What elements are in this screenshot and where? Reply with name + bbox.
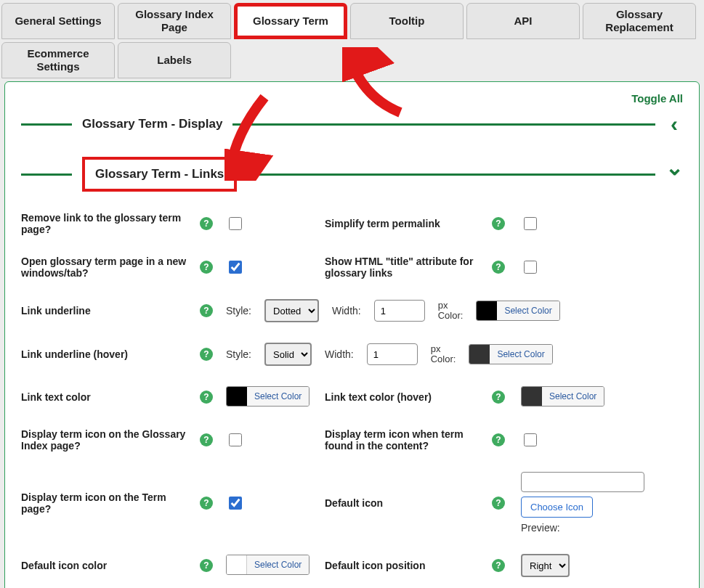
color-swatch bbox=[522, 387, 542, 406]
label-display-icon-term-page: Display term icon on the Term page? bbox=[21, 491, 188, 515]
select-underline-style[interactable]: Dotted bbox=[264, 299, 319, 322]
section-display-header: Glossary Term - Display bbox=[21, 112, 683, 136]
input-underline-hover-width[interactable] bbox=[367, 343, 418, 365]
label-show-title-attr: Show HTML "title" attribute for glossary… bbox=[325, 256, 477, 279]
toggle-all-link[interactable]: Toggle All bbox=[21, 92, 683, 105]
label-link-text-color-hover: Link text color (hover) bbox=[325, 391, 477, 403]
checkbox-display-icon-term-page[interactable] bbox=[229, 497, 242, 510]
label-link-underline: Link underline bbox=[21, 305, 188, 317]
help-icon[interactable] bbox=[492, 261, 505, 274]
checkbox-display-icon-index[interactable] bbox=[229, 433, 242, 446]
label-display-icon-index: Display term icon on the Glossary Index … bbox=[21, 428, 188, 452]
chevron-down-icon[interactable] bbox=[665, 162, 683, 187]
section-line bbox=[232, 123, 655, 126]
color-swatch bbox=[469, 345, 490, 364]
style-label: Style: bbox=[226, 348, 251, 360]
px-color-label: px Color: bbox=[431, 344, 456, 365]
help-icon[interactable] bbox=[200, 391, 213, 404]
label-link-text-color: Link text color bbox=[21, 391, 188, 403]
checkbox-remove-link[interactable] bbox=[229, 217, 242, 230]
section-line bbox=[21, 173, 72, 176]
chevron-left-icon[interactable] bbox=[665, 112, 683, 136]
select-color-label: Select Color bbox=[247, 387, 309, 406]
checkbox-open-new-window[interactable] bbox=[229, 261, 242, 274]
fields-grid: Remove link to the glossary term page? S… bbox=[21, 212, 683, 588]
label-open-new-window: Open glossary term page in a new windows… bbox=[21, 256, 188, 279]
help-icon[interactable] bbox=[492, 559, 505, 572]
width-label: Width: bbox=[325, 348, 354, 360]
checkbox-show-title-attr[interactable] bbox=[524, 261, 537, 274]
tab-glossary-index-page[interactable]: Glossary Index Page bbox=[118, 3, 231, 39]
help-icon[interactable] bbox=[200, 304, 213, 317]
select-color-label: Select Color bbox=[247, 555, 309, 574]
tabs-row-2: Ecommerce Settings Labels bbox=[0, 39, 704, 78]
label-default-icon: Default icon bbox=[325, 497, 477, 509]
label-default-icon-position: Default icon position bbox=[325, 560, 477, 571]
label-link-underline-hover: Link underline (hover) bbox=[21, 348, 188, 360]
tab-glossary-replacement[interactable]: Glossary Replacement bbox=[583, 3, 696, 39]
color-picker-link-text[interactable]: Select Color bbox=[226, 386, 309, 407]
color-picker-default-icon[interactable]: Select Color bbox=[226, 555, 309, 575]
style-label: Style: bbox=[226, 305, 251, 317]
checkbox-display-icon-content[interactable] bbox=[524, 433, 537, 446]
help-icon[interactable] bbox=[492, 391, 505, 404]
tabs-row-1: General Settings Glossary Index Page Glo… bbox=[0, 0, 704, 39]
color-swatch bbox=[227, 387, 247, 406]
select-color-label: Select Color bbox=[542, 387, 604, 406]
select-color-label: Select Color bbox=[490, 345, 551, 364]
label-default-icon-color: Default icon color bbox=[21, 560, 188, 571]
select-default-icon-position[interactable]: Right bbox=[521, 554, 570, 577]
help-icon[interactable] bbox=[200, 559, 213, 572]
color-picker-underline-hover[interactable]: Select Color bbox=[469, 344, 552, 364]
label-display-icon-content: Display term icon when term found in the… bbox=[325, 428, 477, 452]
help-icon[interactable] bbox=[200, 433, 213, 446]
color-picker-link-text-hover[interactable]: Select Color bbox=[521, 386, 604, 407]
help-icon[interactable] bbox=[492, 497, 505, 510]
checkbox-simplify-permalink[interactable] bbox=[524, 217, 537, 230]
help-icon[interactable] bbox=[200, 217, 213, 230]
help-icon[interactable] bbox=[200, 497, 213, 510]
label-simplify-permalink: Simplify term permalink bbox=[325, 218, 477, 229]
tab-ecommerce-settings[interactable]: Ecommerce Settings bbox=[1, 42, 115, 78]
tab-api[interactable]: API bbox=[466, 3, 580, 39]
tab-labels[interactable]: Labels bbox=[118, 42, 231, 78]
px-color-label: px Color: bbox=[438, 301, 464, 322]
section-line bbox=[21, 123, 72, 126]
select-underline-hover-style[interactable]: Solid bbox=[264, 343, 312, 366]
section-line bbox=[247, 173, 655, 176]
color-swatch bbox=[227, 555, 247, 574]
help-icon[interactable] bbox=[492, 433, 505, 446]
help-icon[interactable] bbox=[200, 261, 213, 274]
color-picker-underline[interactable]: Select Color bbox=[476, 301, 559, 321]
help-icon[interactable] bbox=[492, 217, 505, 230]
input-underline-width[interactable] bbox=[374, 300, 425, 322]
choose-icon-button[interactable]: Choose Icon bbox=[521, 497, 593, 518]
help-icon[interactable] bbox=[200, 348, 213, 361]
width-label: Width: bbox=[332, 305, 361, 317]
tab-tooltip[interactable]: Tooltip bbox=[350, 3, 464, 39]
label-remove-link: Remove link to the glossary term page? bbox=[21, 212, 188, 235]
color-swatch bbox=[477, 301, 497, 320]
select-color-label: Select Color bbox=[497, 301, 559, 320]
settings-panel: Toggle All Glossary Term - Display Gloss… bbox=[4, 81, 700, 588]
tab-general-settings[interactable]: General Settings bbox=[1, 3, 115, 39]
tab-glossary-term[interactable]: Glossary Term bbox=[234, 3, 347, 39]
section-display-title: Glossary Term - Display bbox=[82, 117, 222, 131]
section-links-header: Glossary Term - Links bbox=[21, 157, 683, 192]
section-links-title: Glossary Term - Links bbox=[82, 157, 237, 192]
preview-label: Preview: bbox=[521, 522, 560, 534]
input-default-icon[interactable] bbox=[521, 472, 644, 492]
